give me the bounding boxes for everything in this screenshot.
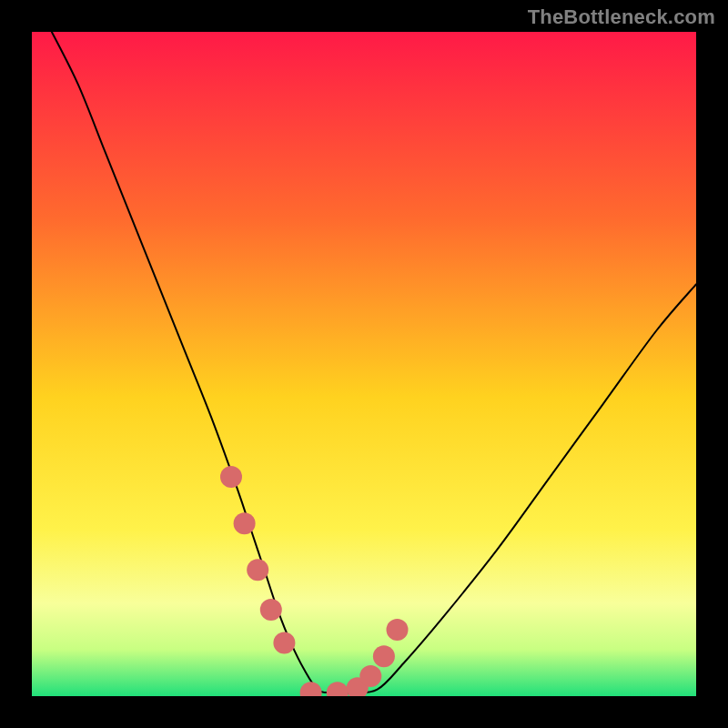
highlight-dot: [273, 632, 295, 654]
watermark-label: TheBottleneck.com: [528, 5, 715, 29]
highlight-dot: [247, 559, 268, 581]
chart-frame: TheBottleneck.com: [0, 0, 728, 728]
highlight-dot: [220, 466, 242, 488]
highlight-dot: [373, 645, 395, 667]
highlight-dot: [387, 619, 409, 641]
highlight-dot: [359, 665, 381, 687]
highlight-dot: [260, 599, 282, 621]
highlight-dot: [234, 512, 256, 534]
bottleneck-chart: [32, 32, 696, 696]
plot-background: [32, 32, 696, 696]
